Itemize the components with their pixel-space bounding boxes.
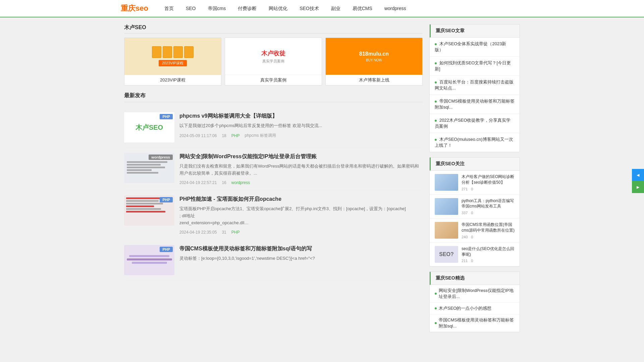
banner2-sub-text: 真实学员案例 [262, 59, 284, 64]
banner-card-case[interactable]: 木卢收徒 真实学员案例 真实学员案例 [225, 38, 322, 85]
jingxuan-link-1[interactable]: 木卢SEO的一点小小的感想 [435, 305, 515, 311]
nav-item-optimize[interactable]: 网站优化 [263, 0, 293, 17]
wenzhang-link-0[interactable]: 木卢SEO全体系实战带徒（2023新版） [435, 41, 515, 53]
article-title-4[interactable]: 帝国CMS模板使用灵动标签和万能标签附加sql语句的写 [179, 245, 423, 252]
article-tag-1: PHP [160, 114, 173, 119]
wenzhang-link-4[interactable]: 2022木卢SEO收徒教学，分享真实学员案例 [435, 117, 515, 129]
hot-thumb-1 [435, 174, 458, 191]
logo-text-suffix: seo [136, 4, 148, 12]
hot-article-item[interactable]: 木卢给客户做的SEO网站诊断分析【seo诊断价值50】 271 0 [430, 171, 520, 195]
hot-article-info-2: python工具：python语言编写帝国cms网站发布工具 337 0 [462, 198, 515, 215]
nav-link-fuye[interactable]: 副业 [325, 0, 346, 17]
latest-section: 最新发布 木卢SEO PHP phpcms v9网站标签调用大全【详细版】 以下… [124, 92, 423, 281]
hot-article-title-2: python工具：python语言编写帝国cms网站发布工具 [462, 198, 515, 209]
sidebar-wenzhang-section: 重庆SEO文章 木卢SEO全体系实战带徒（2023新版） 如何找到优质SEO文章… [429, 24, 520, 152]
nav-link-payment[interactable]: 付费诊断 [232, 0, 263, 17]
hot-comments-3: 0 [471, 235, 473, 239]
dot-icon [435, 62, 437, 64]
nav-link-yiyoucms[interactable]: 易优CMS [346, 0, 378, 17]
banner2-image: 木卢收徒 真实学员案例 [225, 38, 322, 75]
nav-item-wordpress[interactable]: wordpress [378, 0, 412, 17]
hot-views-4: 211 [462, 259, 468, 263]
hot-comments-2: 0 [471, 211, 473, 215]
nav-link-optimize[interactable]: 网站优化 [263, 0, 293, 17]
dot-icon [435, 101, 437, 103]
article-meta-1: 2024-05-09 11:17:06 18 PHP phpcms 标签调用 [179, 133, 423, 138]
wenzhang-link-5[interactable]: 木卢SEO(muluseo.cn)博客网站又一次上线了！ [435, 136, 515, 148]
article-views-1: 18 [222, 133, 226, 138]
hot-article-stats-4: 211 0 [462, 259, 515, 263]
nav-link-wordpress[interactable]: wordpress [378, 0, 412, 17]
article-date-2: 2024-04-19 22:57:21 [179, 180, 217, 185]
banner1-image: 2023VIP课程 [124, 38, 221, 75]
dot-icon [435, 81, 437, 83]
hot-thumb-2 [435, 198, 458, 215]
hot-article-info-3: 帝国CMS常用函数位置(帝国cms源码中常用函数所在位置) 240 0 [462, 222, 515, 239]
list-item[interactable]: 木卢SEO(muluseo.cn)博客网站又一次上线了！ [430, 133, 520, 152]
article-title-2[interactable]: 网站安全]限制WordPress仅能指定IP地址登录后台管理账 [179, 153, 423, 160]
list-item[interactable]: 如何找到优质SEO文章代写？[今日更新] [430, 57, 520, 76]
wenzhang-link-2[interactable]: 百度站长平台：百度搜索持续打击盗版网文站点... [435, 79, 515, 91]
nav-link-empirecms[interactable]: 帝国cms [202, 0, 232, 17]
hot-article-stats-1: 271 0 [462, 187, 515, 191]
nav-item-payment[interactable]: 付费诊断 [232, 0, 263, 17]
hot-article-item[interactable]: 帝国CMS常用函数位置(帝国cms源码中常用函数所在位置) 240 0 [430, 219, 520, 243]
sidebar-guanzhu-title: 重庆SEO关注 [430, 158, 520, 171]
nav-list: 首页 SEO 帝国cms 付费诊断 网站优化 SEO技术 副业 易优CMS wo… [158, 0, 412, 17]
article-excerpt-2: 只是我们没有去检查和留意，如果我们有WordPress网站的话是每天都会被扫描后… [179, 163, 423, 177]
list-item[interactable]: 帝国CMS模板使用灵动标签和万能标签附加sql... [430, 95, 520, 114]
hot-article-title-3: 帝国CMS常用函数位置(帝国cms源码中常用函数所在位置) [462, 222, 515, 233]
wenzhang-link-3[interactable]: 帝国CMS模板使用灵动标签和万能标签附加sql... [435, 98, 515, 110]
hot-article-info-1: 木卢给客户做的SEO网站诊断分析【seo诊断价值50】 271 0 [462, 174, 515, 191]
nav-link-seo[interactable]: SEO [180, 0, 202, 17]
hot-article-stats-3: 240 0 [462, 235, 515, 239]
article-title-3[interactable]: PHP性能加速 - 宝塔面板如何开启opcache [179, 195, 423, 203]
article-thumbnail-2: wordpress [124, 153, 174, 183]
float-buttons: ◀ ▶ [632, 169, 644, 193]
banner3-domain: 818mulu.cn [359, 51, 389, 57]
list-item[interactable]: 百度站长平台：百度搜索持续打击盗版网文站点... [430, 76, 520, 95]
hot-article-item[interactable]: SEO? seo是什么(SEO优化是怎么回事呢) 211 0 [430, 243, 520, 266]
jingxuan-link-2[interactable]: 帝国CMS模板使用灵动标签和万能标签附加sql... [435, 317, 515, 329]
hot-thumb-3 [435, 222, 458, 239]
list-item[interactable]: 2022木卢SEO收徒教学，分享真实学员案例 [430, 114, 520, 133]
content-area: 木卢SEO 2023VIP课程 2023VIP课程 [124, 24, 423, 337]
float-btn-blue[interactable]: ◀ [632, 169, 644, 181]
nav-item-empirecms[interactable]: 帝国cms [202, 0, 232, 17]
nav-item-home[interactable]: 首页 [158, 0, 180, 17]
article-meta-3: 2024-04-19 22:35:05 31 PHP [179, 230, 423, 235]
float-btn-green[interactable]: ▶ [632, 181, 644, 193]
banner3-image: 818mulu.cn BUY NOW [326, 38, 422, 75]
list-item[interactable]: 网站安全]限制WordPress仅能指定IP地址登录后... [430, 285, 520, 303]
nav-item-seotech[interactable]: SEO技术 [293, 0, 325, 17]
article-thumbnail-1: 木卢SEO PHP [124, 112, 174, 142]
list-item[interactable]: 木卢SEO全体系实战带徒（2023新版） [430, 38, 520, 57]
nav-link-home[interactable]: 首页 [158, 0, 180, 17]
chevron-right-icon: ▶ [637, 185, 639, 189]
banner-card-vip[interactable]: 2023VIP课程 2023VIP课程 [124, 38, 221, 85]
banner1-caption: 2023VIP课程 [124, 75, 221, 85]
hot-views-3: 240 [462, 235, 468, 239]
article-views-3: 31 [222, 230, 226, 235]
nav-item-seo[interactable]: SEO [180, 0, 202, 17]
list-item[interactable]: 木卢SEO的一点小小的感想 [430, 303, 520, 314]
nav-item-fuye[interactable]: 副业 [325, 0, 346, 17]
jingxuan-link-0[interactable]: 网站安全]限制WordPress仅能指定IP地址登录后... [435, 288, 515, 300]
article-cat-3: PHP [231, 230, 240, 235]
hot-article-item[interactable]: python工具：python语言编写帝国cms网站发布工具 337 0 [430, 195, 520, 219]
list-item[interactable]: 帝国CMS模板使用灵动标签和万能标签附加sql... [430, 314, 520, 332]
wenzhang-link-1[interactable]: 如何找到优质SEO文章代写？[今日更新] [435, 60, 515, 72]
article-date-1: 2024-05-09 11:17:06 [179, 133, 217, 138]
seo-logo-text: 木卢SEO [136, 123, 163, 132]
nav-link-seotech[interactable]: SEO技术 [293, 0, 325, 17]
article-title-1[interactable]: phpcms v9网站标签调用大全【详细版】 [179, 112, 423, 120]
latest-title: 最新发布 [124, 92, 423, 102]
nav-item-yiyoucms[interactable]: 易优CMS [346, 0, 378, 17]
hot-thumb-4: SEO? [435, 246, 458, 263]
site-logo[interactable]: 重庆seo [121, 3, 148, 13]
header: 重庆seo 首页 SEO 帝国cms 付费诊断 网站优化 SEO技术 副业 易优… [0, 0, 644, 17]
banner-card-blog[interactable]: 818mulu.cn BUY NOW 木卢博客新上线 [325, 38, 423, 85]
dot-icon [435, 120, 437, 122]
logo-text-prefix: 重庆 [121, 4, 136, 12]
dot-icon [435, 139, 437, 141]
